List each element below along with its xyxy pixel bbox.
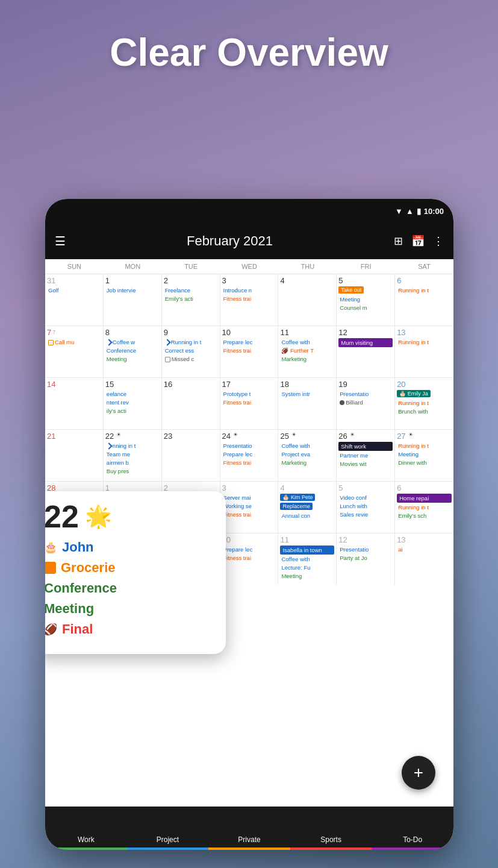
cal-cell-13[interactable]: 13 Running in t bbox=[395, 326, 453, 377]
card-event-john-label: John bbox=[62, 539, 94, 555]
cal-cell-mar13[interactable]: 13 ai bbox=[395, 533, 453, 585]
card-event-meeting[interactable]: Meeting bbox=[45, 601, 215, 617]
calendar-icon[interactable]: 📅 bbox=[411, 234, 425, 248]
cal-cell-23[interactable]: 23 bbox=[162, 430, 220, 481]
more-options-icon[interactable]: ⋮ bbox=[433, 234, 444, 248]
event-team: Team me bbox=[105, 450, 160, 458]
event-running4: Running in t bbox=[397, 399, 452, 407]
nav-todo-bar bbox=[372, 848, 453, 850]
menu-icon[interactable]: ☰ bbox=[55, 234, 66, 248]
card-event-groceries-label: Grocerie bbox=[61, 560, 116, 576]
cal-cell-mar3[interactable]: 3 Server mai Working se Fitness trai bbox=[220, 482, 279, 533]
cal-cell-18[interactable]: 18 System intr bbox=[278, 378, 337, 429]
cal-cell-19[interactable]: 19 Presentatio Billiard bbox=[337, 378, 395, 429]
card-event-conference[interactable]: Conference bbox=[45, 580, 215, 596]
event-emily2: ily's acti bbox=[105, 407, 160, 415]
event-airmen: airmen b bbox=[105, 459, 160, 467]
nav-item-project[interactable]: Project bbox=[127, 807, 209, 850]
event-correct: Correct ess bbox=[164, 347, 218, 354]
event-counsel: Counsel m bbox=[338, 304, 393, 312]
nav-todo-label: To-Do bbox=[403, 835, 422, 844]
cal-cell-feb4[interactable]: 4 bbox=[278, 274, 337, 326]
wifi-icon: ▼ bbox=[395, 207, 403, 216]
cal-cell-10[interactable]: 10 Prepare lec Fitness trai bbox=[220, 326, 279, 377]
cal-cell-9[interactable]: 9 Running in t Correct ess Missed c bbox=[162, 326, 220, 377]
event-isabella: Isabella in town bbox=[280, 546, 334, 555]
cal-cell-15[interactable]: 15 eelance ntent rev ily's acti bbox=[104, 378, 162, 429]
cal-cell-mar5[interactable]: 5 Video conf Lunch with Sales revie bbox=[337, 482, 395, 533]
cal-cell-feb1[interactable]: 1 Job intervie bbox=[104, 274, 162, 326]
status-bar: ▼ ▲ ▮ 10:00 bbox=[45, 199, 453, 223]
event-fitness3: Fitness trai bbox=[222, 398, 276, 406]
event-emily4: Emily's sch bbox=[397, 512, 452, 520]
card-event-final-label: Final bbox=[62, 621, 93, 637]
event-fitness4: Fitness trai bbox=[222, 459, 276, 467]
app-header: ☰ February 2021 ⊞ 📅 ⋮ bbox=[45, 223, 453, 259]
event-partner: Partner me bbox=[338, 451, 393, 459]
day-header-wed: WED bbox=[220, 259, 279, 274]
battery-icon: ▮ bbox=[417, 207, 421, 216]
card-event-meeting-label: Meeting bbox=[45, 601, 94, 617]
cal-cell-20[interactable]: 20 🎂 Emily Ja Running in t Brunch with bbox=[395, 378, 453, 429]
event-replace: Replaceme bbox=[280, 503, 313, 510]
cal-cell-mar12[interactable]: 12 Presentatio Party at Jo bbox=[337, 533, 395, 585]
event-fitness1: Fitness trai bbox=[222, 295, 276, 303]
cal-cell-12[interactable]: 12 Mum visiting bbox=[337, 326, 395, 377]
cal-cell-26[interactable]: 26☀ Shift work Partner me Movies wit bbox=[337, 430, 395, 481]
nav-project-label: Project bbox=[157, 835, 179, 844]
cal-cell-feb6[interactable]: 6 Running in t bbox=[395, 274, 453, 326]
card-date-row: 22 🌟 bbox=[45, 501, 215, 532]
event-callmu: Call mu bbox=[47, 338, 101, 346]
nav-item-sports[interactable]: Sports bbox=[290, 807, 372, 850]
cal-cell-mar11[interactable]: 11 Isabella in town Coffee with Lecture:… bbox=[278, 533, 337, 585]
grid-view-icon[interactable]: ⊞ bbox=[394, 234, 403, 248]
event-mum: Mum visiting bbox=[338, 338, 393, 347]
calendar-week-1: 31 Golf 1 Job intervie 2 Freelance Emily… bbox=[45, 274, 453, 326]
nav-item-todo[interactable]: To-Do bbox=[372, 807, 453, 850]
cal-cell-14[interactable]: 14 bbox=[45, 378, 104, 429]
event-fitness5: Fitness trai bbox=[222, 511, 276, 518]
nav-item-work[interactable]: Work bbox=[45, 807, 127, 850]
cal-cell-mar10[interactable]: 10 Prepare lec Fitness trai bbox=[220, 533, 279, 585]
card-event-groceries[interactable]: Grocerie bbox=[45, 560, 215, 576]
cal-cell-7[interactable]: 77 Call mu bbox=[45, 326, 104, 377]
status-icons: ▼ ▲ ▮ 10:00 bbox=[395, 207, 444, 216]
event-video: Video conf bbox=[338, 494, 393, 502]
day-header-sun: SUN bbox=[45, 259, 104, 274]
nav-item-private[interactable]: Private bbox=[208, 807, 290, 850]
card-date-number: 22 bbox=[45, 501, 79, 532]
event-meeting5: Meeting bbox=[280, 572, 334, 580]
day-headers-row: SUN MON TUE WED THU FRI SAT bbox=[45, 259, 453, 274]
cal-cell-16[interactable]: 16 bbox=[162, 378, 220, 429]
cal-cell-31[interactable]: 31 Golf bbox=[45, 274, 104, 326]
cal-cell-21[interactable]: 21 bbox=[45, 430, 104, 481]
cal-cell-25[interactable]: 25☀ Coffee with Project eva Marketing bbox=[278, 430, 337, 481]
event-server: Server mai bbox=[222, 494, 276, 502]
checkbox-icon bbox=[45, 562, 56, 574]
calendar-week-2: 77 Call mu 8 Coffee w Conference Meeting… bbox=[45, 326, 453, 378]
fab-add-button[interactable]: + bbox=[402, 756, 435, 790]
card-event-john[interactable]: 🎂 John bbox=[45, 539, 215, 555]
event-party: Party at Jo bbox=[338, 554, 393, 562]
event-ai: ai bbox=[397, 546, 452, 553]
cal-cell-8[interactable]: 8 Coffee w Conference Meeting bbox=[104, 326, 162, 377]
cal-cell-mar6[interactable]: 6 Home repai Running in t Emily's sch bbox=[395, 482, 453, 533]
cal-cell-feb5[interactable]: 5 Take out Meeting Counsel m bbox=[337, 274, 395, 326]
cal-cell-feb3[interactable]: 3 Introduce n Fitness trai bbox=[220, 274, 279, 326]
cal-cell-24[interactable]: 24☀ Presentatio Prepare lec Fitness trai bbox=[220, 430, 279, 481]
event-coffee3: Coffee with bbox=[280, 442, 334, 450]
event-brunch: Brunch with bbox=[397, 407, 452, 415]
cal-cell-17[interactable]: 17 Prototype t Fitness trai bbox=[220, 378, 279, 429]
cal-cell-27[interactable]: 27☀ Running in t Meeting Dinner with bbox=[395, 430, 453, 481]
cal-cell-mar4[interactable]: 4 🎂 Kim Pete Replaceme Annual con bbox=[278, 482, 337, 533]
event-coffee2: Coffee with bbox=[280, 338, 334, 346]
card-event-final[interactable]: 🏈 Final bbox=[45, 621, 215, 637]
event-further: 🏈 Further T bbox=[280, 347, 334, 354]
cal-cell-feb2[interactable]: 2 Freelance Emily's acti bbox=[162, 274, 220, 326]
day-header-tue: TUE bbox=[162, 259, 220, 274]
cal-cell-11[interactable]: 11 Coffee with 🏈 Further T Marketing bbox=[278, 326, 337, 377]
event-golf: Golf bbox=[47, 286, 101, 294]
event-conference: Conference bbox=[105, 347, 160, 354]
event-running1: Running in t bbox=[397, 286, 452, 294]
cal-cell-22[interactable]: 22☀ nning in t Team me airmen b Buy pres bbox=[104, 430, 162, 481]
